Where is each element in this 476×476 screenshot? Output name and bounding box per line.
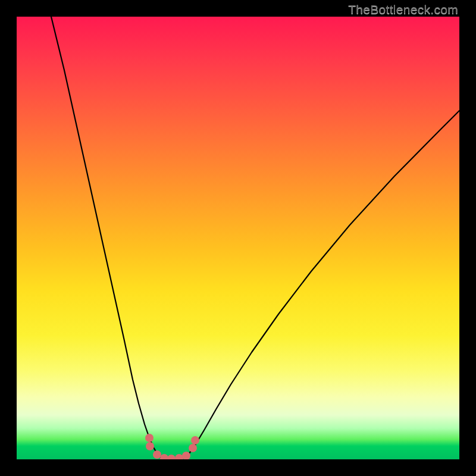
- marker-dot: [160, 454, 168, 459]
- marker-dots: [145, 434, 199, 459]
- marker-dot: [146, 442, 154, 450]
- right-curve: [186, 111, 459, 457]
- plot-area: [17, 17, 459, 459]
- watermark-text: TheBottleneck.com: [348, 2, 458, 17]
- chart-frame: TheBottleneck.com: [0, 0, 476, 476]
- left-curve: [51, 17, 159, 457]
- marker-dot: [191, 436, 199, 444]
- marker-dot: [145, 434, 154, 442]
- marker-dot: [167, 455, 176, 459]
- marker-dot: [153, 450, 161, 459]
- marker-dot: [189, 444, 197, 452]
- marker-dot: [175, 454, 183, 459]
- curve-layer: [17, 17, 459, 459]
